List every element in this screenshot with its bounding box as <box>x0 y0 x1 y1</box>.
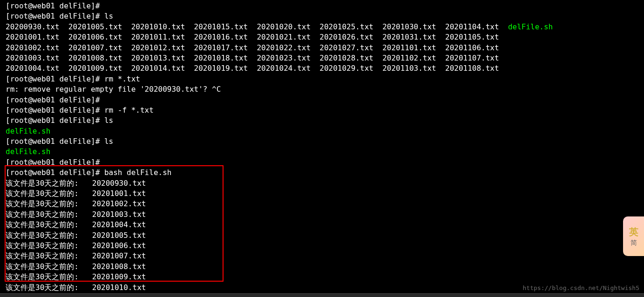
terminal-line: 20201001.txt 20201006.txt 20201011.txt 2… <box>6 32 638 42</box>
executable-file: delFile.sh <box>508 22 553 31</box>
terminal-line: 20201002.txt 20201007.txt 20201012.txt 2… <box>6 43 638 53</box>
terminal-line: 20201003.txt 20201008.txt 20201013.txt 2… <box>6 53 638 63</box>
terminal-line: 20200930.txt 20201005.txt 20201010.txt 2… <box>6 22 638 32</box>
terminal-line: [root@web01 delFile]# ls <box>6 11 638 21</box>
taskbar <box>0 293 644 297</box>
ime-widget[interactable]: 英 简 <box>623 216 644 256</box>
terminal-line: delFile.sh <box>6 147 638 157</box>
terminal-line: delFile.sh <box>6 126 638 136</box>
terminal-line: 该文件是30天之前的: 20201009.txt <box>6 272 638 282</box>
terminal-line: [root@web01 delFile]# rm -f *.txt <box>6 105 638 115</box>
terminal-line: rm: remove regular empty file '20200930.… <box>6 84 638 94</box>
terminal-line: 该文件是30天之前的: 20201006.txt <box>6 241 638 251</box>
terminal-line: [root@web01 delFile]# bash delFile.sh <box>6 168 638 178</box>
terminal-line: 该文件是30天之前的: 20201005.txt <box>6 230 638 241</box>
terminal-line: 该文件是30天之前的: 20201002.txt <box>6 199 638 209</box>
terminal-line: 该文件是30天之前的: 20201007.txt <box>6 251 638 261</box>
terminal-line: 该文件是30天之前的: 20201001.txt <box>6 189 638 199</box>
terminal-line: [root@web01 delFile]# ls <box>6 136 638 147</box>
watermark-text: https://blog.csdn.net/Nightwish5 <box>523 284 639 292</box>
terminal-line: 20201004.txt 20201009.txt 20201014.txt 2… <box>6 63 638 74</box>
terminal-line: 该文件是30天之前的: 20200930.txt <box>6 178 638 189</box>
terminal-line: [root@web01 delFile]# rm *.txt <box>6 74 638 84</box>
terminal-line: [root@web01 delFile]# <box>6 95 638 105</box>
terminal-line: [root@web01 delFile]# <box>6 157 638 168</box>
terminal-line: [root@web01 delFile]# ls <box>6 115 638 126</box>
terminal-line: 该文件是30天之前的: 20201004.txt <box>6 220 638 230</box>
terminal-line: 该文件是30天之前的: 20201008.txt <box>6 262 638 272</box>
ime-char-en: 英 <box>629 225 638 238</box>
ime-char-simple: 简 <box>630 238 637 248</box>
terminal-line: [root@web01 delFile]# <box>6 1 638 11</box>
terminal-line: 该文件是30天之前的: 20201003.txt <box>6 209 638 220</box>
terminal-output[interactable]: [root@web01 delFile]#[root@web01 delFile… <box>0 0 644 297</box>
